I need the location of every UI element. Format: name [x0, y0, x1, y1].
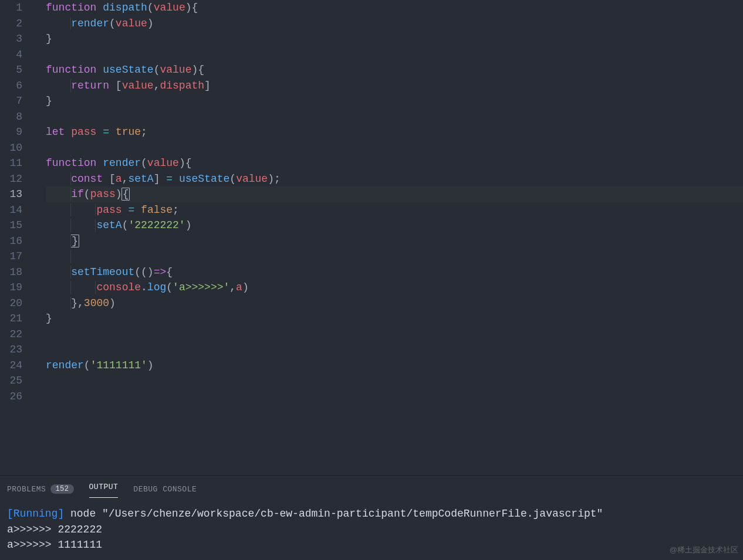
- line-number: 7: [0, 93, 22, 109]
- code-token: false: [141, 204, 173, 216]
- code-token: (: [154, 64, 160, 76]
- code-line[interactable]: [46, 249, 743, 264]
- code-line[interactable]: }: [46, 31, 743, 47]
- code-token: {: [166, 266, 173, 278]
- code-token: value: [154, 2, 185, 13]
- code-line[interactable]: function render(value){: [46, 155, 743, 171]
- code-token: ): [147, 266, 154, 278]
- line-number: 10: [0, 140, 22, 156]
- code-line[interactable]: render('1111111'): [46, 358, 743, 374]
- code-token: value: [236, 173, 268, 185]
- tab-problems-label: PROBLEMS: [7, 485, 46, 494]
- code-line[interactable]: return [value,dispath]: [46, 78, 743, 94]
- code-line[interactable]: }: [46, 233, 743, 249]
- code-token: useState: [103, 64, 153, 76]
- code-line[interactable]: console.log('a>>>>>>',a): [46, 280, 743, 296]
- code-token: }: [46, 95, 52, 107]
- tab-problems[interactable]: PROBLEMS 152: [7, 482, 74, 496]
- output-line: a>>>>>> 1111111: [7, 537, 736, 553]
- code-token: ): [147, 18, 154, 29]
- code-line[interactable]: [46, 389, 743, 405]
- line-number: 20: [0, 296, 22, 311]
- code-token: [46, 235, 71, 247]
- code-token: ){: [179, 157, 192, 169]
- code-line[interactable]: }: [46, 93, 743, 109]
- code-token: },: [71, 297, 84, 309]
- code-token: [122, 204, 129, 216]
- code-line[interactable]: function useState(value){: [46, 62, 743, 78]
- code-token: useState: [179, 173, 229, 185]
- indent-guide: [95, 281, 96, 294]
- code-token: }: [46, 33, 52, 45]
- output-line: [Running] node "/Users/chenze/workspace/…: [7, 506, 736, 522]
- code-line[interactable]: render(value): [46, 16, 743, 32]
- line-number: 13: [0, 186, 22, 202]
- code-token: }: [46, 313, 52, 324]
- indent-guide: [70, 281, 71, 294]
- code-line[interactable]: [46, 327, 743, 342]
- code-token: value: [122, 80, 154, 91]
- line-number: 22: [0, 327, 22, 342]
- code-token: '2222222': [128, 219, 185, 231]
- code-token: {: [121, 188, 130, 201]
- code-token: ,: [122, 173, 129, 185]
- indent-guide: [70, 235, 71, 248]
- code-token: }: [70, 235, 79, 247]
- code-token: =: [128, 204, 134, 216]
- code-line[interactable]: [46, 342, 743, 358]
- code-token: ): [147, 359, 154, 371]
- code-line[interactable]: [46, 140, 743, 156]
- code-token: [46, 281, 96, 293]
- line-number: 3: [0, 31, 22, 47]
- code-token: ;: [141, 126, 147, 138]
- code-token: [: [103, 173, 116, 185]
- editor-area[interactable]: 1234567891011121314151617181920212223242…: [0, 0, 743, 475]
- code-line[interactable]: [46, 373, 743, 389]
- line-number: 4: [0, 47, 22, 63]
- code-token: a: [236, 281, 242, 293]
- code-line[interactable]: function dispath(value){: [46, 0, 743, 16]
- code-token: pass: [71, 126, 96, 138]
- code-token: ){: [185, 2, 198, 13]
- indent-guide: [70, 203, 71, 217]
- code-token: (: [147, 2, 154, 13]
- code-line[interactable]: setA('2222222'): [46, 218, 743, 233]
- code-token: setTimeout: [71, 266, 134, 278]
- code-line[interactable]: [46, 109, 743, 125]
- code-token: (: [122, 219, 129, 231]
- code-line[interactable]: [46, 47, 743, 63]
- line-number: 19: [0, 280, 22, 296]
- code-token: return: [71, 80, 109, 91]
- code-token: dispath: [160, 80, 204, 91]
- code-token: function: [46, 157, 96, 169]
- line-number: 17: [0, 249, 22, 264]
- code-line[interactable]: }: [46, 311, 743, 327]
- code-line[interactable]: if(pass){: [46, 186, 743, 202]
- tab-output[interactable]: OUTPUT: [89, 480, 119, 498]
- code-line[interactable]: const [a,setA] = useState(value);: [46, 171, 743, 187]
- tab-debug-console[interactable]: DEBUG CONSOLE: [133, 483, 197, 496]
- code-token: [46, 80, 71, 91]
- code-token: ((: [134, 266, 147, 278]
- line-number: 15: [0, 218, 22, 233]
- output-content[interactable]: [Running] node "/Users/chenze/workspace/…: [7, 506, 736, 553]
- code-line[interactable]: pass = false;: [46, 202, 743, 218]
- tab-output-label: OUTPUT: [89, 483, 119, 491]
- line-number: 2: [0, 16, 22, 32]
- line-number: 25: [0, 373, 22, 389]
- code-token: =>: [154, 266, 167, 278]
- code-token: ,: [154, 80, 160, 91]
- indent-guide: [70, 188, 71, 201]
- bottom-panel: PROBLEMS 152 OUTPUT DEBUG CONSOLE [Runni…: [0, 475, 743, 560]
- code-content[interactable]: function dispath(value){ render(value)}f…: [29, 0, 743, 475]
- code-token: [46, 204, 96, 216]
- watermark: @稀土掘金技术社区: [670, 545, 738, 555]
- code-token: [173, 173, 179, 185]
- indent-guide: [70, 219, 71, 232]
- code-line[interactable]: },3000): [46, 296, 743, 311]
- code-line[interactable]: let pass = true;: [46, 124, 743, 140]
- code-token: [46, 188, 71, 200]
- code-token: value: [147, 157, 179, 169]
- code-line[interactable]: setTimeout(()=>{: [46, 264, 743, 280]
- line-number: 9: [0, 124, 22, 140]
